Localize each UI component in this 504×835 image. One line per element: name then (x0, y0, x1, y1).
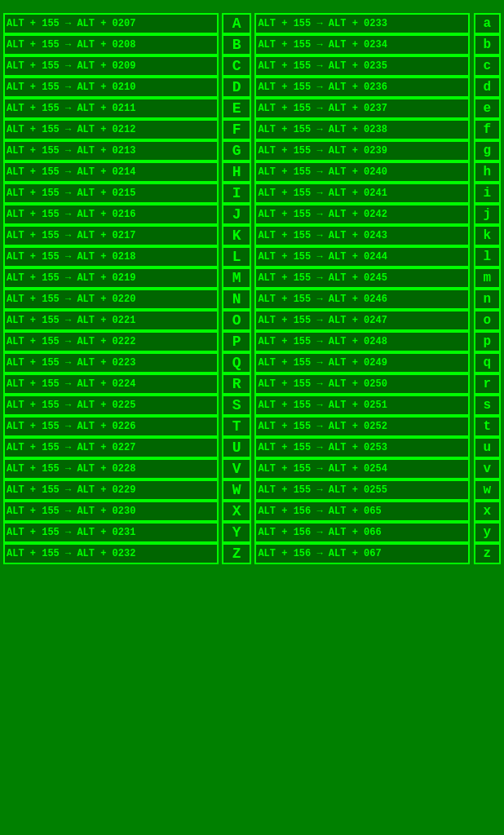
right-code-cell: ALT + 155 → ALT + 0244 (255, 247, 469, 267)
left-code-cell: ALT + 155 → ALT + 0232 (4, 544, 218, 563)
table-row: ALT + 155 → ALT + 0211 E ALT + 155 → ALT… (4, 99, 500, 118)
left-letter-cell: L (223, 247, 250, 267)
left-code-cell: ALT + 155 → ALT + 0221 (4, 311, 218, 330)
codes-table-container: ALT + 155 → ALT + 0207 A ALT + 155 → ALT… (0, 10, 504, 568)
left-code-cell: ALT + 155 → ALT + 0223 (4, 353, 218, 373)
left-letter-cell: C (223, 56, 250, 76)
right-letter-cell: y (475, 523, 500, 542)
left-letter-cell: P (223, 332, 250, 351)
right-code-cell: ALT + 156 → ALT + 066 (255, 523, 469, 542)
left-code-cell: ALT + 155 → ALT + 0212 (4, 120, 218, 139)
left-letter-cell: O (223, 311, 250, 330)
right-code-cell: ALT + 155 → ALT + 0253 (255, 438, 469, 457)
left-code-cell: ALT + 155 → ALT + 0210 (4, 77, 218, 97)
left-letter-cell: E (223, 99, 250, 118)
right-letter-cell: w (475, 480, 500, 500)
left-letter-cell: I (223, 183, 250, 203)
right-letter-cell: q (475, 353, 500, 373)
right-letter-cell: r (475, 374, 500, 394)
left-letter-cell: Q (223, 353, 250, 373)
right-letter-cell: k (475, 226, 500, 245)
right-code-cell: ALT + 155 → ALT + 0233 (255, 14, 469, 33)
left-letter-cell: T (223, 417, 250, 436)
table-row: ALT + 155 → ALT + 0227 U ALT + 155 → ALT… (4, 438, 500, 457)
right-code-cell: ALT + 155 → ALT + 0252 (255, 417, 469, 436)
right-code-cell: ALT + 155 → ALT + 0245 (255, 268, 469, 288)
right-letter-cell: n (475, 289, 500, 309)
codes-table: ALT + 155 → ALT + 0207 A ALT + 155 → ALT… (3, 13, 501, 564)
table-row: ALT + 155 → ALT + 0231 Y ALT + 156 → ALT… (4, 523, 500, 542)
left-code-cell: ALT + 155 → ALT + 0225 (4, 395, 218, 415)
table-row: ALT + 155 → ALT + 0220 N ALT + 155 → ALT… (4, 289, 500, 309)
left-letter-cell: V (223, 459, 250, 479)
right-code-cell: ALT + 156 → ALT + 067 (255, 544, 469, 563)
table-row: ALT + 155 → ALT + 0217 K ALT + 155 → ALT… (4, 226, 500, 245)
right-letter-cell: j (475, 205, 500, 224)
left-code-cell: ALT + 155 → ALT + 0227 (4, 438, 218, 457)
right-letter-cell: g (475, 141, 500, 161)
table-row: ALT + 155 → ALT + 0209 C ALT + 155 → ALT… (4, 56, 500, 76)
table-row: ALT + 155 → ALT + 0214 H ALT + 155 → ALT… (4, 162, 500, 182)
left-code-cell: ALT + 155 → ALT + 0209 (4, 56, 218, 76)
right-code-cell: ALT + 155 → ALT + 0255 (255, 480, 469, 500)
right-letter-cell: u (475, 438, 500, 457)
right-code-cell: ALT + 155 → ALT + 0234 (255, 35, 469, 55)
right-letter-cell: i (475, 183, 500, 203)
left-code-cell: ALT + 155 → ALT + 0231 (4, 523, 218, 542)
left-code-cell: ALT + 155 → ALT + 0220 (4, 289, 218, 309)
table-row: ALT + 155 → ALT + 0219 M ALT + 155 → ALT… (4, 268, 500, 288)
right-code-cell: ALT + 155 → ALT + 0250 (255, 374, 469, 394)
left-letter-cell: D (223, 77, 250, 97)
left-letter-cell: N (223, 289, 250, 309)
table-row: ALT + 155 → ALT + 0229 W ALT + 155 → ALT… (4, 480, 500, 500)
left-code-cell: ALT + 155 → ALT + 0208 (4, 35, 218, 55)
table-row: ALT + 155 → ALT + 0208 B ALT + 155 → ALT… (4, 35, 500, 55)
left-letter-cell: M (223, 268, 250, 288)
left-code-cell: ALT + 155 → ALT + 0217 (4, 226, 218, 245)
right-letter-cell: c (475, 56, 500, 76)
table-row: ALT + 155 → ALT + 0225 S ALT + 155 → ALT… (4, 395, 500, 415)
left-code-cell: ALT + 155 → ALT + 0214 (4, 162, 218, 182)
right-code-cell: ALT + 156 → ALT + 065 (255, 501, 469, 521)
table-row: ALT + 155 → ALT + 0210 D ALT + 155 → ALT… (4, 77, 500, 97)
right-letter-cell: d (475, 77, 500, 97)
right-letter-cell: f (475, 120, 500, 139)
left-code-cell: ALT + 155 → ALT + 0230 (4, 501, 218, 521)
right-letter-cell: o (475, 311, 500, 330)
right-letter-cell: a (475, 14, 500, 33)
right-letter-cell: z (475, 544, 500, 563)
right-code-cell: ALT + 155 → ALT + 0242 (255, 205, 469, 224)
right-code-cell: ALT + 155 → ALT + 0237 (255, 99, 469, 118)
right-letter-cell: v (475, 459, 500, 479)
right-code-cell: ALT + 155 → ALT + 0251 (255, 395, 469, 415)
right-letter-cell: e (475, 99, 500, 118)
right-code-cell: ALT + 155 → ALT + 0247 (255, 311, 469, 330)
right-letter-cell: b (475, 35, 500, 55)
left-code-cell: ALT + 155 → ALT + 0228 (4, 459, 218, 479)
right-letter-cell: s (475, 395, 500, 415)
table-row: ALT + 155 → ALT + 0218 L ALT + 155 → ALT… (4, 247, 500, 267)
right-code-cell: ALT + 155 → ALT + 0238 (255, 120, 469, 139)
right-code-cell: ALT + 155 → ALT + 0246 (255, 289, 469, 309)
right-code-cell: ALT + 155 → ALT + 0248 (255, 332, 469, 351)
right-code-cell: ALT + 155 → ALT + 0243 (255, 226, 469, 245)
left-letter-cell: W (223, 480, 250, 500)
right-letter-cell: m (475, 268, 500, 288)
left-letter-cell: J (223, 205, 250, 224)
right-code-cell: ALT + 155 → ALT + 0240 (255, 162, 469, 182)
table-row: ALT + 155 → ALT + 0224 R ALT + 155 → ALT… (4, 374, 500, 394)
right-code-cell: ALT + 155 → ALT + 0236 (255, 77, 469, 97)
left-code-cell: ALT + 155 → ALT + 0226 (4, 417, 218, 436)
left-letter-cell: B (223, 35, 250, 55)
table-row: ALT + 155 → ALT + 0232 Z ALT + 156 → ALT… (4, 544, 500, 563)
left-code-cell: ALT + 155 → ALT + 0207 (4, 14, 218, 33)
right-letter-cell: t (475, 417, 500, 436)
right-code-cell: ALT + 155 → ALT + 0239 (255, 141, 469, 161)
table-row: ALT + 155 → ALT + 0213 G ALT + 155 → ALT… (4, 141, 500, 161)
table-row: ALT + 155 → ALT + 0207 A ALT + 155 → ALT… (4, 14, 500, 33)
left-letter-cell: G (223, 141, 250, 161)
left-letter-cell: H (223, 162, 250, 182)
table-row: ALT + 155 → ALT + 0216 J ALT + 155 → ALT… (4, 205, 500, 224)
left-code-cell: ALT + 155 → ALT + 0213 (4, 141, 218, 161)
left-code-cell: ALT + 155 → ALT + 0219 (4, 268, 218, 288)
